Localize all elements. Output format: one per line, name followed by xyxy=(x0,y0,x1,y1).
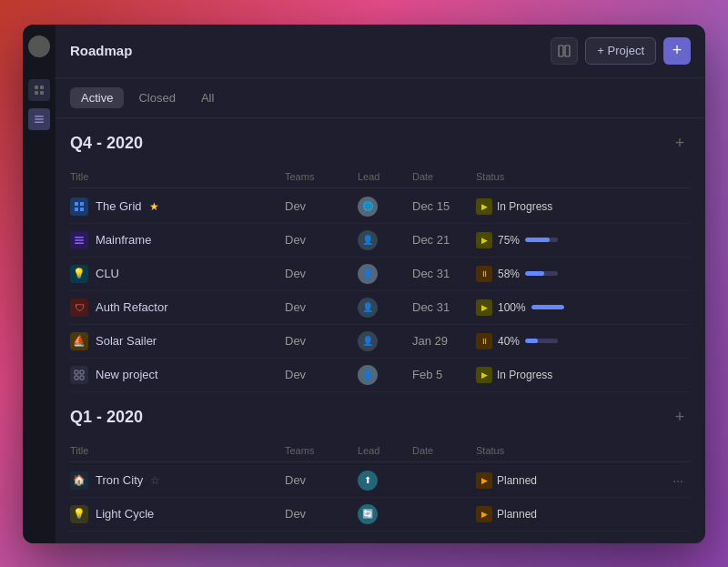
avatar[interactable] xyxy=(28,35,50,57)
project-name: New project xyxy=(96,368,158,381)
layout-toggle-button[interactable] xyxy=(551,37,578,65)
header-actions: + Project + xyxy=(551,37,691,65)
date-cell: Dec 15 xyxy=(412,199,476,213)
sidebar-nav-home[interactable] xyxy=(28,79,50,101)
status-badge: ▶ In Progress xyxy=(476,367,691,383)
date-cell: Feb 5 xyxy=(412,368,476,381)
teams-cell: Dev xyxy=(285,233,358,247)
star-empty-icon: ☆ xyxy=(150,474,160,487)
avatar: ⬆ xyxy=(358,471,378,491)
svg-rect-5 xyxy=(35,118,44,120)
project-name: Tron City xyxy=(96,473,143,487)
svg-rect-4 xyxy=(35,116,44,117)
svg-rect-2 xyxy=(35,91,38,95)
status-badge: ▶ 75% xyxy=(476,232,691,248)
avatar: 👤 xyxy=(358,331,378,351)
tab-closed[interactable]: Closed xyxy=(127,87,186,108)
svg-rect-11 xyxy=(75,208,78,211)
section-q4-2020: Q4 - 2020 + Title Teams Lead Date Status xyxy=(56,118,705,392)
svg-rect-9 xyxy=(75,202,78,206)
house-icon: 🏠 xyxy=(70,471,88,490)
section-q4-add-button[interactable]: + xyxy=(669,133,691,155)
avatar: 👤 xyxy=(358,230,378,250)
list-icon xyxy=(70,231,88,249)
progress-fill xyxy=(525,339,538,343)
svg-rect-19 xyxy=(80,376,84,380)
table-row[interactable]: 🏠 Tron City ☆ Dev ⬆ ▶ Planned ·· xyxy=(70,464,691,498)
teams-cell: Dev xyxy=(285,300,358,314)
title-cell: ⛵ Solar Sailer xyxy=(70,332,285,350)
tab-active[interactable]: Active xyxy=(70,87,124,108)
svg-rect-15 xyxy=(75,242,84,244)
table-row[interactable]: New project Dev 👤 Feb 5 ▶ In Progress xyxy=(70,359,691,392)
context-menu-button[interactable]: ··· xyxy=(672,473,683,488)
col-teams: Teams xyxy=(285,171,358,182)
status-icon: ▶ xyxy=(476,506,492,522)
status-text: 58% xyxy=(498,268,520,280)
teams-cell: Dev xyxy=(285,507,358,521)
col-date: Date xyxy=(412,445,476,456)
status-text: In Progress xyxy=(497,200,552,213)
progress-bar xyxy=(525,238,558,242)
col-lead: Lead xyxy=(358,171,412,182)
lead-cell: 🌐 xyxy=(358,197,412,217)
tab-all[interactable]: All xyxy=(190,87,225,108)
project-name: Light Cycle xyxy=(96,507,154,521)
title-cell: 🛡 Auth Refactor xyxy=(70,299,285,317)
bulb2-icon: 💡 xyxy=(70,505,88,523)
app-container: Roadmap + Project + Active Closed All xyxy=(23,25,705,543)
status-icon: ▶ xyxy=(476,299,492,316)
status-icon: ⏸ xyxy=(476,333,492,349)
date-cell: Jan 29 xyxy=(412,334,476,348)
date-cell: Dec 31 xyxy=(412,267,476,280)
title-cell: 💡 CLU xyxy=(70,265,285,283)
project-name: Solar Sailer xyxy=(96,334,157,348)
status-badge: ▶ Planned xyxy=(476,506,691,522)
shield-icon: 🛡 xyxy=(70,299,88,317)
header: Roadmap + Project + xyxy=(56,25,705,78)
table-row[interactable]: 🛡 Auth Refactor Dev 👤 Dec 31 ▶ 100% xyxy=(70,291,691,325)
teams-cell: Dev xyxy=(285,267,358,280)
progress-fill xyxy=(531,305,564,309)
sidebar xyxy=(23,25,56,543)
table-row[interactable]: Mainframe Dev 👤 Dec 21 ▶ 75% xyxy=(70,224,691,258)
col-title: Title xyxy=(70,445,285,456)
status-text: Planned xyxy=(497,474,537,487)
section-q4-title: Q4 - 2020 xyxy=(70,134,143,153)
svg-rect-1 xyxy=(40,86,44,89)
svg-rect-13 xyxy=(75,237,84,238)
table-header-q1: Title Teams Lead Date Status xyxy=(70,440,691,462)
col-title: Title xyxy=(70,171,285,182)
progress-bar xyxy=(531,305,564,309)
add-project-button[interactable]: + Project xyxy=(585,37,656,65)
status-badge: ▶ In Progress xyxy=(476,198,691,215)
teams-cell: Dev xyxy=(285,334,358,348)
add-button[interactable]: + xyxy=(663,37,691,65)
section-q4-header: Q4 - 2020 + xyxy=(70,133,691,155)
svg-rect-8 xyxy=(565,46,570,56)
teams-cell: Dev xyxy=(285,473,358,487)
svg-rect-12 xyxy=(80,208,84,211)
progress-fill xyxy=(525,271,544,276)
status-icon: ⏸ xyxy=(476,266,492,282)
lead-cell: 👤 xyxy=(358,331,412,351)
grid-icon xyxy=(70,197,88,216)
table-row[interactable]: The Grid ★ Dev 🌐 Dec 15 ▶ In Progress xyxy=(70,190,691,224)
status-badge: ▶ Planned ··· xyxy=(476,472,691,489)
table-row[interactable]: 💡 CLU Dev 👤 Dec 31 ⏸ 58% xyxy=(70,258,691,291)
col-date: Date xyxy=(412,171,476,182)
content-area: Q4 - 2020 + Title Teams Lead Date Status xyxy=(56,118,705,543)
sidebar-nav-active[interactable] xyxy=(28,108,50,130)
svg-rect-10 xyxy=(80,202,84,206)
new-project-icon xyxy=(70,366,88,384)
avatar: 👤 xyxy=(358,298,378,318)
boat-icon: ⛵ xyxy=(70,332,88,350)
date-cell: Dec 31 xyxy=(412,300,476,314)
section-q1-add-button[interactable]: + xyxy=(669,407,691,429)
section-q1-header: Q1 - 2020 + xyxy=(70,407,691,429)
status-icon: ▶ xyxy=(476,198,492,215)
table-row[interactable]: 💡 Light Cycle Dev 🔄 ▶ Planned xyxy=(70,498,691,532)
progress-bar xyxy=(525,339,558,343)
table-row[interactable]: ⛵ Solar Sailer Dev 👤 Jan 29 ⏸ 40% xyxy=(70,325,691,359)
progress-fill xyxy=(525,238,550,242)
